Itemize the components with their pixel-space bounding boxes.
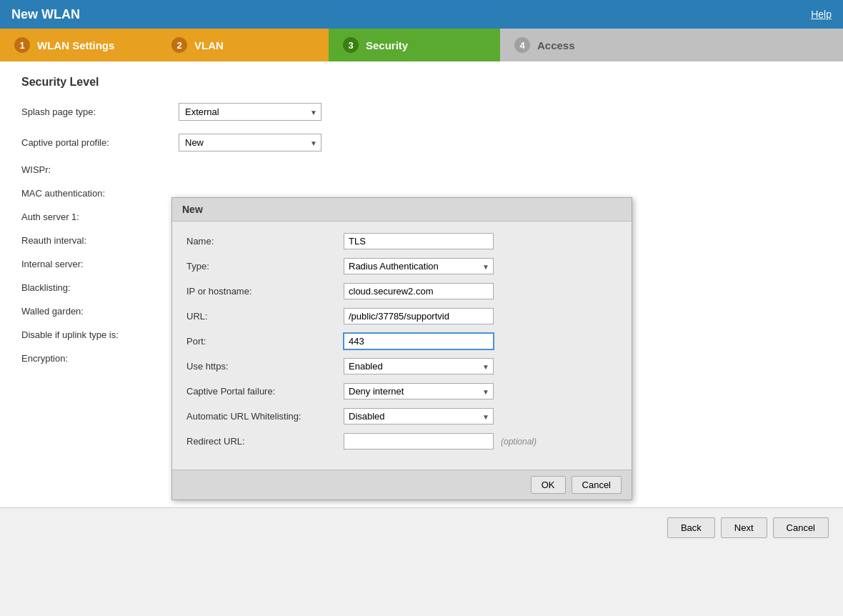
tab-num-4: 4 [514,37,530,53]
modal-name-input[interactable] [344,233,494,249]
modal-port-input[interactable] [344,333,494,349]
modal-dialog: New Name: Type: Radius Authentication IP… [171,197,632,500]
modal-type-select[interactable]: Radius Authentication [344,258,494,274]
reauth-label: Reauth interval: [21,235,179,246]
tab-label-1: WLAN Settings [37,39,114,51]
captive-portal-select[interactable]: New [179,134,321,151]
modal-type-label: Type: [186,261,344,272]
modal-port-row: Port: [186,333,617,349]
splash-page-row: Splash page type: External [21,103,822,121]
tabs: 1 WLAN Settings 2 VLAN 3 Security 4 Acce… [0,29,843,61]
tab-security[interactable]: 3 Security [329,29,500,61]
main-content: Security Level Splash page type: Externa… [0,61,843,547]
captive-portal-select-wrapper: New [179,134,321,151]
next-button[interactable]: Next [721,517,767,538]
modal-https-select[interactable]: Enabled Disabled [344,358,494,374]
wispr-label: WISPr: [21,164,179,175]
tab-access[interactable]: 4 Access [500,29,843,61]
modal-body: Name: Type: Radius Authentication IP or … [172,222,632,470]
back-button[interactable]: Back [667,517,715,538]
modal-https-select-wrapper: Enabled Disabled [344,358,494,374]
modal-url-whitelist-select-wrapper: Disabled Enabled [344,408,494,424]
mac-auth-label: MAC authentication: [21,188,179,199]
splash-page-select[interactable]: External [179,103,321,121]
modal-url-whitelist-row: Automatic URL Whitelisting: Disabled Ena… [186,408,617,424]
modal-cp-failure-row: Captive Portal failure: Deny internet Al… [186,383,617,399]
disable-uplink-label: Disable if uplink type is: [21,329,179,340]
modal-https-row: Use https: Enabled Disabled [186,358,617,374]
wispr-row: WISPr: [21,164,822,175]
page-title: New WLAN [11,7,80,22]
tab-num-1: 1 [14,37,30,53]
tab-label-2: VLAN [194,39,224,51]
splash-page-select-wrapper: External [179,103,321,121]
modal-cp-failure-select-wrapper: Deny internet Allow internet [344,383,494,399]
tab-label-4: Access [537,39,575,51]
bottom-bar: Back Next Cancel [0,507,843,547]
modal-redirect-row: Redirect URL: (optional) [186,433,617,449]
help-link[interactable]: Help [811,9,832,20]
splash-page-label: Splash page type: [21,106,179,117]
modal-ip-input[interactable] [344,283,494,299]
modal-name-row: Name: [186,233,617,249]
modal-cp-failure-label: Captive Portal failure: [186,386,344,397]
modal-ip-label: IP or hostname: [186,286,344,297]
modal-name-label: Name: [186,236,344,247]
modal-url-whitelist-select[interactable]: Disabled Enabled [344,408,494,424]
auth-server-label: Auth server 1: [21,212,179,222]
internal-server-label: Internal server: [21,259,179,269]
modal-url-whitelist-label: Automatic URL Whitelisting: [186,411,344,422]
modal-cancel-button[interactable]: Cancel [572,476,622,494]
modal-redirect-label: Redirect URL: [186,436,344,447]
modal-footer: OK Cancel [172,470,632,500]
modal-https-label: Use https: [186,361,344,372]
tab-num-2: 2 [171,37,187,53]
tab-vlan[interactable]: 2 VLAN [157,29,329,61]
walled-garden-label: Walled garden: [21,306,179,317]
modal-url-input[interactable] [344,308,494,324]
cancel-button[interactable]: Cancel [773,517,829,538]
tab-num-3: 3 [343,37,359,53]
tab-label-3: Security [366,39,408,51]
header: New WLAN Help [0,0,843,29]
tab-wlan-settings[interactable]: 1 WLAN Settings [0,29,157,61]
modal-port-label: Port: [186,336,344,347]
section-title: Security Level [21,76,822,89]
captive-portal-row: Captive portal profile: New [21,134,822,151]
blacklisting-label: Blacklisting: [21,282,179,293]
modal-ok-button[interactable]: OK [531,476,566,494]
optional-text: (optional) [501,437,537,447]
encryption-label: Encryption: [21,353,179,364]
modal-type-select-wrapper: Radius Authentication [344,258,494,274]
captive-portal-label: Captive portal profile: [21,137,179,148]
modal-ip-row: IP or hostname: [186,283,617,299]
modal-header: New [172,198,632,222]
modal-redirect-input[interactable] [344,433,494,449]
modal-cp-failure-select[interactable]: Deny internet Allow internet [344,383,494,399]
modal-url-row: URL: [186,308,617,324]
modal-url-label: URL: [186,311,344,322]
modal-type-row: Type: Radius Authentication [186,258,617,274]
